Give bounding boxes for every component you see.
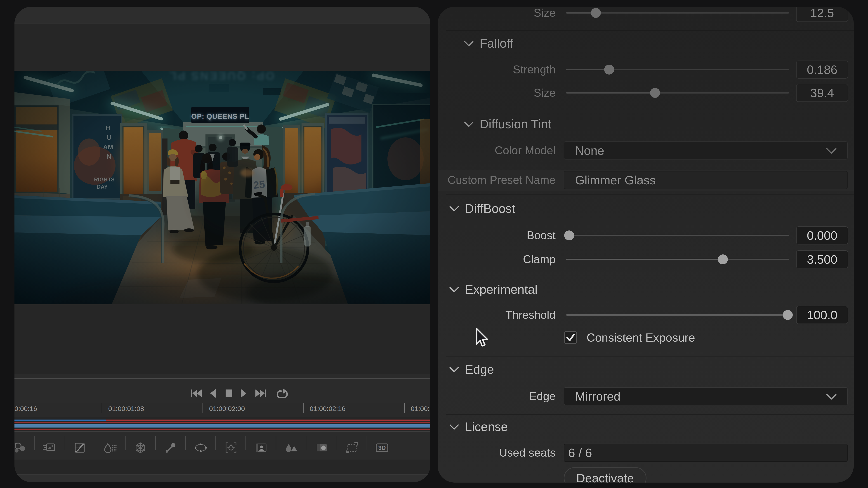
svg-text:3D: 3D <box>378 445 385 451</box>
